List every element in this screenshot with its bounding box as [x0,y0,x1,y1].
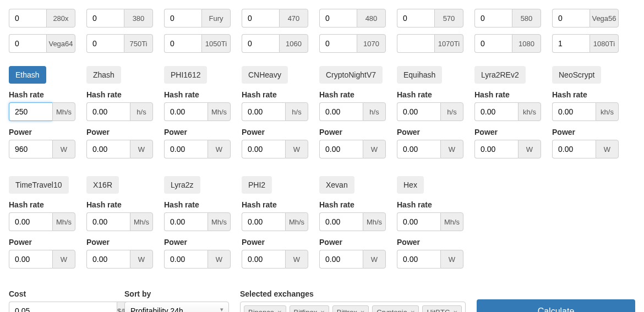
gpu-count-input[interactable] [397,34,434,53]
hashrate-input[interactable]: 0.00 [319,102,363,121]
algo-button[interactable]: Zhash [86,66,121,84]
hashrate-input[interactable]: 0.00 [397,102,440,121]
power-input[interactable]: 0.00 [86,140,130,158]
hashrate-label: Hash rate [397,200,463,209]
power-input[interactable]: 0.00 [319,250,363,269]
gpu-count-input[interactable]: 0 [164,34,201,53]
exchange-tag[interactable]: Binance× [244,305,286,312]
power-label: Power [164,238,231,247]
hashrate-label: Hash rate [552,90,619,99]
power-label: Power [474,128,541,136]
power-input[interactable]: 0.00 [9,250,52,269]
gpu-count-input[interactable]: 0 [319,34,357,53]
power-unit: W [52,250,75,269]
remove-tag-icon[interactable]: × [411,308,415,312]
hashrate-label: Hash rate [86,200,153,209]
hashrate-label: Hash rate [242,90,308,99]
gpu-count-input[interactable]: 0 [552,9,590,28]
hashrate-unit: Mh/s [285,212,308,231]
power-unit: W [440,140,463,158]
hashrate-unit: h/s [285,102,308,121]
algo-button[interactable]: Ethash [9,66,46,84]
hashrate-label: Hash rate [474,90,541,99]
hashrate-unit: h/s [440,102,463,121]
gpu-count-input[interactable]: 0 [319,9,357,28]
exchanges-label: Selected exchanges [240,289,466,298]
power-input[interactable]: 0.00 [397,250,440,269]
hashrate-label: Hash rate [86,90,153,99]
gpu-count-input[interactable]: 0 [397,9,434,28]
hashrate-input[interactable]: 0.00 [242,102,285,121]
gpu-model-label: 1080Ti [590,34,619,53]
power-label: Power [397,128,463,136]
sortby-select[interactable]: Profitability 24h [124,302,229,312]
algo-button[interactable]: Lyra2z [164,176,200,194]
hashrate-input[interactable]: 0.00 [552,102,596,121]
power-input[interactable]: 0.00 [164,250,208,269]
algo-button[interactable]: CNHeavy [242,66,288,84]
power-input[interactable]: 0.00 [397,140,440,158]
remove-tag-icon[interactable]: × [453,308,457,312]
exchange-tag[interactable]: HitBTC× [422,305,461,312]
power-label: Power [9,128,75,136]
gpu-count-input[interactable]: 0 [86,34,124,53]
gpu-count-input[interactable]: 0 [474,9,512,28]
gpu-count-input[interactable]: 0 [474,34,512,53]
hashrate-input[interactable]: 0.00 [242,212,285,231]
sortby-label: Sort by [124,289,229,298]
algo-button[interactable]: TimeTravel10 [9,176,69,194]
exchange-tag[interactable]: Bittrex× [332,305,369,312]
power-input[interactable]: 0.00 [86,250,130,269]
algo-button[interactable]: X16R [86,176,119,194]
hashrate-unit: Mh/s [363,212,386,231]
power-unit: W [208,140,231,158]
power-input[interactable]: 0.00 [242,250,285,269]
gpu-model-label: 1070 [357,34,386,53]
power-input[interactable]: 960 [9,140,52,158]
hashrate-input[interactable]: 0.00 [319,212,363,231]
hashrate-label: Hash rate [319,90,386,99]
gpu-model-label: 1050Ti [201,34,231,53]
power-input[interactable]: 0.00 [242,140,285,158]
power-input[interactable]: 0.00 [552,140,596,158]
algo-button[interactable]: NeoScrypt [552,66,601,84]
gpu-count-input[interactable]: 0 [86,9,124,28]
algo-button[interactable]: Equihash [397,66,442,84]
exchange-tag[interactable]: Cryptopia× [372,305,419,312]
hashrate-input[interactable]: 0.00 [86,212,130,231]
exchange-tag-label: Binance [248,308,274,312]
hashrate-input[interactable]: 0.00 [164,102,208,121]
power-input[interactable]: 0.00 [164,140,208,158]
cost-input[interactable] [9,302,117,312]
algo-button[interactable]: PHI1612 [164,66,207,84]
remove-tag-icon[interactable]: × [320,308,325,312]
gpu-count-input[interactable]: 0 [242,34,279,53]
cost-label: Cost [9,289,113,298]
gpu-count-input[interactable]: 0 [242,9,279,28]
power-input[interactable]: 0.00 [319,140,363,158]
gpu-count-input[interactable]: 0 [9,34,46,53]
gpu-count-input[interactable]: 0 [9,9,46,28]
algo-button[interactable]: Xevan [319,176,354,194]
hashrate-input[interactable]: 0.00 [86,102,130,121]
power-label: Power [242,128,308,136]
exchange-tag[interactable]: Bitfinex× [290,305,329,312]
hashrate-input[interactable]: 250 [9,102,52,121]
hashrate-input[interactable]: 0.00 [474,102,518,121]
gpu-count-input[interactable]: 1 [552,34,590,53]
remove-tag-icon[interactable]: × [277,308,282,312]
algo-button[interactable]: PHI2 [242,176,272,194]
hashrate-unit: Mh/s [52,102,75,121]
exchanges-box[interactable]: Binance×Bitfinex×Bittrex×Cryptopia×HitBT… [240,302,466,312]
remove-tag-icon[interactable]: × [361,308,365,312]
calculate-button[interactable]: Calculate [477,299,635,312]
gpu-count-input[interactable]: 0 [164,9,201,28]
algo-button[interactable]: Lyra2REv2 [474,66,526,84]
hashrate-input[interactable]: 0.00 [397,212,440,231]
algo-button[interactable]: Hex [397,176,424,194]
gpu-model-label: 580 [512,9,541,28]
power-input[interactable]: 0.00 [474,140,518,158]
hashrate-input[interactable]: 0.00 [9,212,52,231]
algo-button[interactable]: CryptoNightV7 [319,66,383,84]
hashrate-input[interactable]: 0.00 [164,212,208,231]
